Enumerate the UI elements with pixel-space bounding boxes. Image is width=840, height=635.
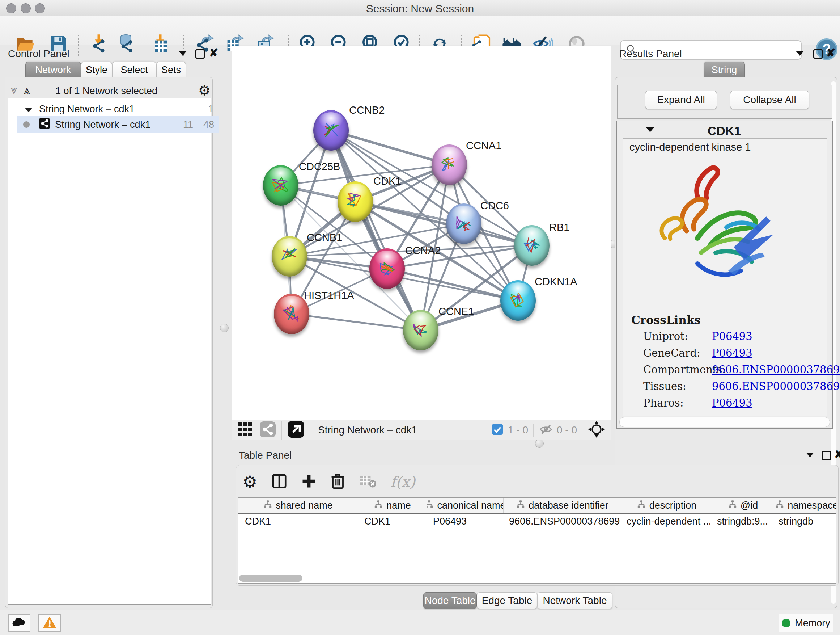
network-row[interactable]: String Network – cdk1 11 48 — [17, 116, 218, 133]
network-node-ccna2[interactable] — [369, 249, 405, 289]
collection-expander-icon[interactable] — [25, 103, 33, 115]
horizontal-splitter-handle[interactable] — [535, 439, 544, 448]
control-panel-menu-icon[interactable] — [179, 51, 187, 56]
table-cell: CDK1 — [358, 516, 426, 527]
crosslink-tissues-link[interactable]: 9606.ENSP00000378699 — [712, 380, 840, 393]
import-network-from-database-button[interactable] — [114, 33, 137, 56]
status-bar: Memory — [0, 610, 840, 635]
crosshair-icon[interactable] — [587, 420, 606, 440]
crosslinks-title: CrossLinks — [631, 314, 701, 326]
network-node-ccne1[interactable] — [403, 310, 439, 350]
node-label-rb1: RB1 — [549, 222, 569, 233]
cloud-icon — [12, 617, 27, 629]
network-view-toolbar: String Network – cdk1 1 - 0 0 - 0 — [232, 420, 611, 440]
tab-style[interactable]: Style — [81, 62, 112, 78]
titlebar: Session: New Session — [0, 0, 840, 16]
network-selection-status: 1 of 1 Network selected — [5, 86, 208, 97]
network-collection-row[interactable]: String Network – cdk1 1 — [17, 102, 218, 116]
trash-icon — [330, 485, 346, 491]
birdseye-view-icon[interactable] — [287, 420, 305, 440]
column-header--id[interactable]: @id — [712, 498, 774, 513]
network-share-toggle-icon[interactable] — [259, 421, 276, 440]
network-node-cdkn1a[interactable] — [500, 280, 536, 321]
show-columns-button[interactable] — [271, 473, 287, 491]
column-header-database-identifier[interactable]: database identifier — [504, 498, 622, 513]
table-cell: cyclin-dependent ... — [620, 516, 711, 527]
table-header-row: shared namenamecanonical namedatabase id… — [238, 498, 836, 514]
memory-button[interactable]: Memory — [778, 614, 834, 632]
tab-network[interactable]: Network — [25, 62, 81, 78]
network-node-ccnb1[interactable] — [272, 236, 307, 277]
columns-icon — [271, 485, 287, 491]
column-header-name[interactable]: name — [358, 498, 427, 513]
column-header-canonical-name[interactable]: canonical name — [427, 498, 504, 513]
protein-thumbnail-icon — [409, 319, 432, 340]
table-row[interactable]: CDK1CDK1P064939606.ENSP00000378699cyclin… — [238, 514, 836, 529]
import-table-icon — [150, 34, 171, 55]
table-cell: stringdb:9... — [711, 516, 772, 527]
gene-name[interactable]: CDK1 — [616, 124, 832, 138]
delete-column-button[interactable] — [330, 473, 346, 491]
network-options-gear-icon[interactable]: ⚙ — [198, 82, 210, 98]
collection-label: String Network – cdk1 — [39, 103, 134, 115]
network-node-ccnb2[interactable] — [313, 110, 349, 150]
crosslink-label: Pharos: — [643, 397, 684, 409]
protein-thumbnail-icon — [452, 212, 475, 233]
collection-count: 1 — [208, 103, 213, 115]
tab-node-table[interactable]: Node Table — [423, 592, 477, 609]
crosslink-uniprot-link[interactable]: P06493 — [712, 330, 752, 342]
table-panel-close-icon[interactable]: ✘ — [834, 451, 840, 458]
node-label-hist1h1a: HIST1H1A — [304, 290, 354, 302]
network-list: String Network – cdk1 1 String Network –… — [8, 98, 211, 605]
network-bullet-icon — [23, 121, 30, 128]
tab-edge-table[interactable]: Edge Table — [477, 592, 537, 609]
results-hscrollbar[interactable] — [619, 417, 830, 427]
node-table: shared namenamecanonical namedatabase id… — [238, 497, 836, 584]
network-node-rb1[interactable] — [514, 225, 549, 266]
table-toolbar: ⚙f(x) — [242, 469, 415, 494]
tab-network-table[interactable]: Network Table — [537, 592, 613, 609]
results-panel-float-icon[interactable] — [813, 49, 823, 59]
node-label-cdk1: CDK1 — [373, 175, 401, 187]
memory-status-icon — [782, 619, 790, 627]
table-options-button[interactable]: ⚙ — [242, 472, 257, 492]
tab-select[interactable]: Select — [112, 62, 156, 78]
crosslink-pharos-link[interactable]: P06493 — [712, 397, 752, 409]
collapse-all-button[interactable]: Collapse All — [730, 90, 809, 109]
node-label-ccne1: CCNE1 — [439, 306, 474, 318]
results-panel-menu-icon[interactable] — [796, 51, 804, 56]
create-column-button[interactable] — [302, 473, 317, 490]
tab-string[interactable]: String — [704, 62, 745, 78]
apply-function-button: f(x) — [390, 473, 415, 490]
selected-checkbox-icon[interactable] — [491, 423, 504, 437]
network-node-cdc6[interactable] — [446, 203, 482, 244]
column-header-namespace[interactable]: namespace — [774, 498, 836, 513]
table-panel-menu-icon[interactable] — [806, 453, 814, 457]
column-fork-icon — [264, 500, 272, 511]
network-node-ccna1[interactable] — [431, 144, 467, 185]
network-node-cdk1[interactable] — [338, 181, 373, 222]
table-hscrollbar-thumb[interactable] — [239, 575, 302, 582]
gene-description: cyclin-dependent kinase 1 — [630, 141, 751, 153]
crosslink-compartments-link[interactable]: 9606.ENSP00000378699 — [712, 363, 840, 376]
expand-all-button[interactable]: Expand All — [645, 90, 717, 109]
import-network-from-file-button[interactable] — [87, 33, 111, 56]
column-header-shared-name[interactable]: shared name — [238, 498, 358, 513]
network-node-cdc25b[interactable] — [263, 165, 298, 206]
table-panel-float-icon[interactable] — [822, 451, 831, 460]
column-header-description[interactable]: description — [622, 498, 712, 513]
warnings-button[interactable] — [38, 614, 61, 632]
current-network-name: String Network – cdk1 — [318, 424, 417, 436]
import-table-from-file-button[interactable] — [149, 33, 172, 56]
left-splitter-handle[interactable] — [220, 324, 229, 333]
crosslink-genecard-link[interactable]: P06493 — [712, 347, 752, 359]
results-panel-close-icon[interactable]: ✘ — [826, 49, 835, 57]
control-panel-float-icon[interactable] — [195, 49, 205, 59]
control-panel-close-icon[interactable]: ✘ — [209, 49, 218, 57]
cloud-button[interactable] — [8, 614, 30, 632]
tab-sets[interactable]: Sets — [156, 62, 186, 78]
column-fork-icon — [516, 500, 525, 511]
network-canvas[interactable]: CCNB2CCNA1CDC25BCDK1CDC6RB1CCNB1CCNA2CDK… — [232, 46, 611, 420]
protein-thumbnail-icon — [269, 174, 292, 195]
grid-view-icon[interactable] — [237, 421, 253, 439]
